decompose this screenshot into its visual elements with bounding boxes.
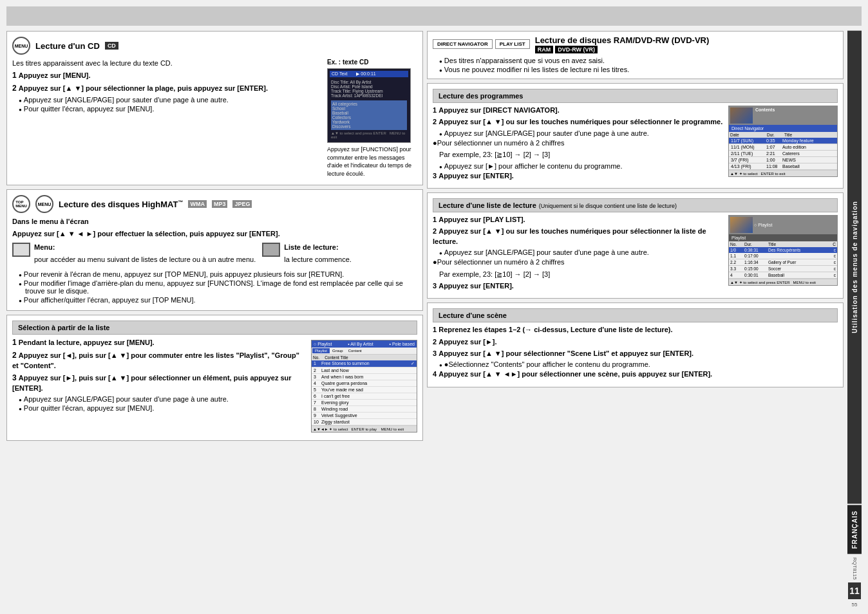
playlist-row-10: 10Ziggy stardust	[312, 419, 417, 425]
mini-playlist: ○ Playlist • All By Artist • Pole based …	[311, 340, 417, 433]
direct-nav-screen: Contents Direct Navigator DateDur.Title …	[728, 106, 838, 177]
playlist-row-5: 5You've made me sad	[312, 387, 417, 393]
lecture-scene-section: Lecture d'une scène 1 Reprenez les étape…	[427, 302, 844, 387]
playlist-row-9: 9Velvet Suggestive	[312, 413, 417, 419]
dn-row-2: 11/1 (MON)1:07Auto edition	[729, 144, 837, 151]
list-label: Liste de lecture:	[284, 243, 352, 252]
menu-icon: MENU	[12, 37, 30, 55]
ll-for-select: ●Pour sélectionner un numéro à 2 chiffre…	[433, 257, 723, 267]
prog-for-select: ●Pour sélectionner un numéro à 2 chiffre…	[433, 138, 723, 148]
pl-header: Playlist	[729, 234, 837, 241]
highmat-bullet1: Pour revenir à l'écran de menu, appuyez …	[19, 270, 417, 278]
scene-step2: Appuyez sur [►].	[439, 338, 496, 346]
prog-step3-num: 3	[433, 172, 437, 180]
menu-description: Menu: pour accéder au menu suivant de li…	[34, 243, 256, 266]
selection-liste-header: Sélection à partir de la liste	[12, 321, 417, 335]
direct-nav-mini-screen: Contents Direct Navigator DateDur.Title …	[728, 106, 838, 183]
ram-dvd-title: Lecture de disques RAM/DVD-RW (DVD-VR)	[535, 35, 710, 45]
prog-arrow-bullet: Appuyez sur [►] pour afficher le contenu…	[439, 162, 723, 170]
playlist-row-3: 3And when I was born	[312, 374, 417, 380]
direct-nav-label: DIRECT NAVIGATOR	[433, 39, 493, 49]
mini-playlist-header: ○ Playlist • All By Artist • Pole based	[312, 340, 417, 348]
navigation-sidebar-label: Utilisation des menus de navigation	[847, 31, 862, 504]
cd-screen-area: Ex. : texte CD CD Text ▶ 00:0:11 Disc Ti…	[327, 59, 417, 180]
right-column: DIRECT NAVIGATOR PLAY LIST Lecture de di…	[427, 31, 844, 608]
ram-dvd-section: DIRECT NAVIGATOR PLAY LIST Lecture de di…	[427, 31, 844, 79]
prog-example: Par exemple, 23: [≧10] → [2] → [3]	[439, 150, 723, 160]
sel-step3-num: 3	[12, 373, 17, 382]
topmenu-icon: TOPMENU	[12, 195, 30, 213]
sel-bullet1: Appuyez sur [ANGLE/PAGE] pour sauter d'u…	[19, 395, 306, 403]
example-label: Ex. : texte CD	[327, 59, 417, 66]
playlist-screen: ○ Playlist Playlist No.Dur.TitleC 1/00:3…	[728, 215, 838, 286]
appuyez-text: Appuyez sur [▲ ▼ ◄ ►] pour effectuer la …	[12, 229, 417, 239]
prog-step1: Appuyez sur [DIRECT NAVIGATOR].	[439, 106, 560, 114]
tm-symbol: ™	[178, 200, 183, 205]
lecture-cd-title: Lecture d'un CD	[35, 41, 100, 51]
dn-row-4: 3/7 (FRI)1:00NEWS	[729, 157, 837, 163]
page: MENU Lecture d'un CD CD Les titres appar…	[0, 0, 868, 614]
prog-step2-num: 2	[433, 118, 437, 126]
ll-step3-num: 3	[433, 282, 437, 290]
ram-bullet1: Des titres n'apparaissent que si vous en…	[439, 57, 838, 64]
ll-step1: Appuyez sur [PLAY LIST].	[439, 216, 525, 223]
cd-instructions: Les titres apparaissent avec la lecture …	[12, 59, 322, 180]
scene-step2-num: 2	[433, 338, 437, 346]
playlist-row-8: 8Winding road	[312, 406, 417, 413]
scene-step3: Appuyez sur [▲ ▼] pour sélectionner "Sce…	[439, 349, 693, 357]
ll-step1-num: 1	[433, 216, 437, 223]
programmes-steps: 1 Appuyez sur [DIRECT NAVIGATOR]. 2 Appu…	[433, 106, 723, 183]
lecture-liste-header: Lecture d'une liste de lecture	[439, 201, 536, 209]
sel-step2-num: 2	[12, 351, 17, 360]
ram-dvd-title-area: Lecture de disques RAM/DVD-RW (DVD-VR) R…	[535, 35, 710, 53]
list-description: Liste de lecture: la lecture commence.	[284, 243, 352, 266]
direct-nav-header: Direct Navigator	[729, 125, 837, 132]
step1-num: 1	[12, 71, 17, 80]
sel-step1: Pendant la lecture, appuyez sur [MENU].	[19, 339, 155, 346]
sel-step1-num: 1	[12, 338, 17, 347]
lecture-liste-section: Lecture d'une liste de lecture (Uniqueme…	[427, 192, 844, 299]
scene-step4-num: 4	[433, 370, 437, 378]
francais-sidebar-label: FRANÇAIS	[847, 505, 862, 554]
prog-step3: Appuyez sur [ENTER].	[439, 172, 514, 180]
scene-step1: Reprenez les étapes 1–2 (→ ci-dessus, Le…	[439, 326, 672, 333]
step1-text: Appuyez sur [MENU].	[19, 71, 91, 79]
ll-step2-num: 2	[433, 227, 437, 235]
cd-bullet2: Pour quitter l'écran, appuyez sur [MENU]…	[19, 105, 322, 113]
step2-text: Appuyez sur [▲ ▼] pour sélectionner la p…	[19, 84, 268, 92]
functions-note: Appuyez sur [FUNCTIONS] pour commuter en…	[327, 145, 417, 178]
highmat-title: Lecture des disques HighMAT™	[59, 200, 183, 209]
lecture-liste-steps: 1 Appuyez sur [PLAY LIST]. 2 Appuyez sur…	[433, 215, 723, 293]
playlist-mini-screen: ○ Playlist • All By Artist • Pole based …	[311, 337, 417, 435]
sel-step3: Appuyez sur [►], puis sur [▲ ▼] pour sél…	[12, 374, 292, 392]
dn-row-3: 2/11 (TUE)2:21Caterers	[729, 151, 837, 157]
cd-intro: Les titres apparaissent avec la lecture …	[12, 59, 322, 68]
scene-step1-num: 1	[433, 326, 437, 333]
playlist-row-4: 4Quatre guerra perdona	[312, 380, 417, 387]
left-column: MENU Lecture d'un CD CD Les titres appar…	[6, 31, 423, 608]
menu-label: Menu:	[34, 243, 256, 252]
list-desc: la lecture commence.	[284, 255, 352, 265]
dn-row-5: 4/13 (FRI)11:08Baseball	[729, 163, 837, 170]
scene-step4: Appuyez sur [▲ ▼ ◄►] pour sélectionner u…	[439, 370, 712, 378]
cd-screen-title: CD Text ▶ 00:0:11	[330, 71, 408, 77]
sel-bullet2: Pour quitter l'écran, appuyez sur [MENU]…	[19, 404, 306, 412]
page-sub: 55	[852, 602, 858, 608]
selection-liste-section: Sélection à partir de la liste 1 Pendant…	[6, 315, 423, 441]
sel-step2: Appuyez sur [◄], puis sur [▲ ▼] pour com…	[12, 351, 299, 369]
playlist-row-2: 2Last and Now	[312, 367, 417, 374]
scene-step3-num: 3	[433, 349, 437, 357]
rqt-label: RQT8115	[852, 557, 858, 580]
lecture-cd-section: MENU Lecture d'un CD CD Les titres appar…	[6, 31, 423, 185]
highmat-title-text: Lecture des disques HighMAT	[59, 200, 178, 209]
wma-badge: WMA	[188, 200, 207, 208]
mp3-badge: MP3	[212, 200, 228, 208]
playlist-row-1: 1Free Stones to summon✓	[312, 360, 417, 367]
ll-step2: Appuyez sur [▲ ▼] ou sur les touches num…	[433, 227, 706, 245]
sidebar-labels: Utilisation des menus de navigation FRAN…	[847, 31, 862, 608]
list-square-icon	[262, 243, 280, 257]
top-bar	[6, 6, 862, 26]
ram-badge: RAM	[535, 46, 554, 53]
ll-bullet1: Appuyez sur [ANGLE/PAGE] pour sauter d'u…	[439, 248, 723, 256]
step2-num: 2	[12, 84, 17, 93]
